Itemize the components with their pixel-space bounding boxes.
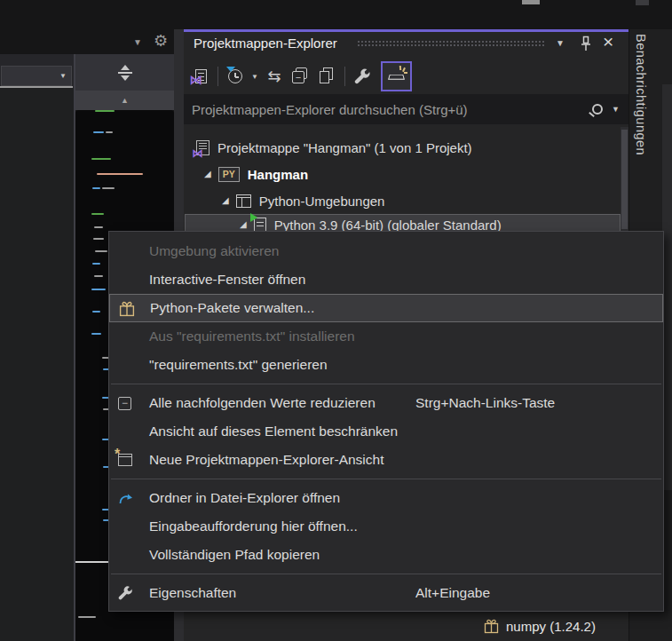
tree-row-python-environments[interactable]: ◢ Python-Umgebungen (222, 187, 384, 214)
panel-title: Projektmappen-Explorer (194, 36, 371, 55)
minimap-code-line (78, 616, 96, 618)
minimap-code-line (94, 275, 103, 277)
menu-item-neue-explorer-ansicht[interactable]: * Neue Projektmappen-Explorer-Ansicht (109, 446, 663, 474)
minimap-code-line (106, 131, 113, 133)
tree-row-numpy-package[interactable]: numpy (1.24.2) (184, 611, 629, 641)
python-environment-icon (254, 218, 266, 232)
document-icon (320, 71, 329, 83)
python-project-icon: PY (218, 167, 240, 182)
menu-item-umgebung-aktivieren: Umgebung aktivieren (109, 237, 663, 265)
scrollbar-up-button[interactable]: ▲ (75, 91, 174, 110)
package-gift-icon (484, 618, 499, 634)
pin-icon[interactable] (580, 36, 592, 56)
minimap-code-line (94, 226, 103, 228)
expander-expanded-icon[interactable]: ◢ (222, 196, 229, 205)
collapse-minus-icon: − (292, 71, 304, 83)
properties-button[interactable] (349, 63, 376, 90)
code-editor-pane[interactable] (0, 88, 74, 641)
sparkle-icon (404, 72, 407, 74)
scroll-up-arrow-icon: ▲ (121, 97, 129, 105)
menu-item-label: Alle nachfolgenden Werte reduzieren (149, 395, 376, 411)
tree-label: Projektmappe "Hangman" (1 von 1 Projekt) (217, 140, 472, 155)
minimap-code-line (95, 250, 107, 252)
environments-icon (236, 194, 251, 208)
sparkle-icon: * (115, 447, 120, 463)
editor-splitter-handle[interactable] (75, 54, 174, 91)
active-environment-play-icon (250, 213, 257, 222)
splitter-grip-icon (118, 65, 132, 81)
wrench-icon (354, 68, 371, 85)
search-options-chevron-icon[interactable]: ▼ (612, 105, 620, 114)
chevron-down-icon: ▼ (59, 72, 67, 80)
notifications-vertical-tab[interactable]: Benachrichtigungen (634, 34, 648, 155)
minimap-code-line (95, 110, 115, 112)
menu-item-label: Neue Projektmappen-Explorer-Ansicht (149, 452, 383, 468)
sync-with-active-document-button[interactable]: ⋈ (187, 63, 214, 90)
menu-item-label: Python-Pakete verwalten... (150, 300, 314, 316)
menu-item-label: Aus "requirements.txt" installieren (149, 328, 355, 344)
expander-expanded-icon[interactable]: ◢ (240, 220, 247, 229)
menu-item-shortcut: Alt+Eingabe (415, 585, 490, 601)
minimap-code-line (102, 187, 115, 189)
minimap-code-line (91, 289, 106, 290)
document-icon: ⋈ (195, 69, 207, 83)
collapse-all-icon: − (118, 397, 131, 410)
tree-label: numpy (1.24.2) (506, 619, 596, 634)
menu-item-label: Interactive-Fenster öffnen (149, 272, 305, 288)
expander-expanded-icon[interactable]: ◢ (204, 170, 211, 178)
collapse-all-button[interactable]: − (288, 63, 314, 90)
context-menu: Umgebung aktivieren Interactive-Fenster … (108, 231, 664, 612)
close-icon[interactable]: × (603, 32, 613, 51)
menu-item-shortcut: Strg+Nach-Links-Taste (415, 395, 555, 411)
editor-group-chevron-down-icon[interactable]: ▼ (133, 37, 142, 47)
tree-label: Python-Umgebungen (259, 194, 385, 209)
menu-item-eingabeaufforderung[interactable]: Eingabeaufforderung hier öffnen... (109, 512, 663, 541)
visual-studio-window: ▼ ⚙ ▼ ▲ Projektmappen-Explorer ▼ × (0, 0, 672, 641)
filter-funnel-icon (226, 67, 235, 72)
pending-changes-filter-button[interactable] (222, 63, 249, 90)
visual-studio-logo-icon: ⋈ (192, 147, 203, 159)
editor-nav-dropdown[interactable]: ▼ (1, 66, 72, 86)
menu-item-ordner-in-datei-explorer[interactable]: Ordner in Datei-Explorer öffnen (109, 484, 663, 512)
window-position-chevron-icon[interactable]: ▼ (556, 38, 565, 48)
search-input[interactable] (184, 101, 592, 118)
tree-scrollbar-thumb[interactable] (621, 130, 628, 229)
show-all-files-toggle-button[interactable] (381, 61, 412, 91)
switch-views-button[interactable]: ⇆ (261, 63, 288, 90)
chevron-down-icon: ▼ (251, 73, 258, 81)
menu-item-label: Vollständigen Pfad kopieren (149, 547, 320, 563)
package-gift-icon (119, 300, 135, 317)
menu-item-python-pakete-verwalten[interactable]: Python-Pakete verwalten... (109, 294, 663, 322)
new-view-icon: * (118, 454, 132, 466)
preview-selected-items-button[interactable] (314, 63, 341, 90)
toolbar-separator (344, 67, 345, 86)
visual-studio-logo-icon: ⋈ (190, 73, 203, 86)
toolbar-separator (217, 67, 218, 86)
menu-item-label: Eingabeaufforderung hier öffnen... (149, 518, 358, 534)
menu-item-interactive-fenster-oeffnen[interactable]: Interactive-Fenster öffnen (109, 265, 663, 294)
top-ui-fragment (522, 0, 540, 4)
menu-item-vollstaendigen-pfad-kopieren[interactable]: Vollständigen Pfad kopieren (109, 541, 663, 569)
search-icon[interactable] (592, 104, 603, 115)
minimap-code-line (93, 131, 104, 133)
menu-item-label: Umgebung aktivieren (149, 243, 279, 259)
minimap-code-line (91, 158, 111, 160)
menu-item-ansicht-beschraenken[interactable]: Ansicht auf dieses Element beschränken (109, 417, 663, 446)
menu-item-aus-requirements-installieren: Aus "requirements.txt" installieren (109, 322, 663, 351)
open-in-explorer-arrow-icon (118, 491, 134, 505)
menu-item-alle-nachfolgenden-werte-reduzieren[interactable]: − Alle nachfolgenden Werte reduzieren St… (109, 389, 663, 417)
tree-row-project-hangman[interactable]: ◢ PY Hangman (204, 161, 308, 187)
tree-row-solution[interactable]: ⋈ Projektmappe "Hangman" (1 von 1 Projek… (196, 134, 472, 161)
minimap-code-line (93, 238, 104, 240)
menu-item-requirements-generieren[interactable]: "requirements.txt" generieren (109, 351, 663, 379)
minimap-code-line (92, 187, 100, 189)
minimap-code-line (97, 173, 143, 175)
menu-item-eigenschaften[interactable]: Eigenschaften Alt+Eingabe (109, 579, 663, 607)
gear-icon[interactable]: ⚙ (154, 31, 168, 51)
panel-drag-handle[interactable] (357, 40, 545, 48)
filter-dropdown-button[interactable]: ▼ (249, 63, 261, 90)
menu-item-label: "requirements.txt" generieren (149, 357, 328, 373)
menu-separator (111, 479, 661, 479)
menu-item-label: Ordner in Datei-Explorer öffnen (149, 490, 340, 506)
menu-item-label: Ansicht auf dieses Element beschränken (149, 423, 398, 439)
